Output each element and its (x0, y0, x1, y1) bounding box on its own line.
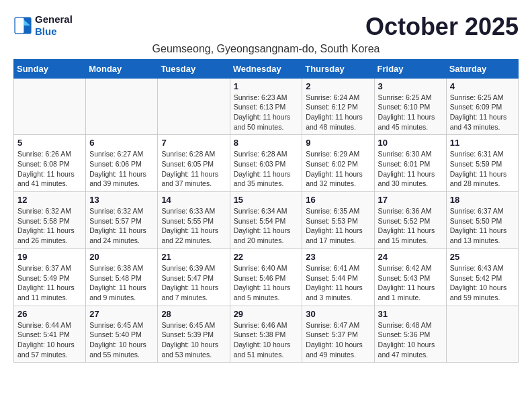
day-info: Sunrise: 6:24 AMSunset: 6:12 PMDaylight:… (306, 93, 370, 132)
cell-week2-day3: 8Sunrise: 6:28 AMSunset: 6:03 PMDaylight… (230, 135, 302, 192)
header-monday: Monday (86, 59, 158, 78)
day-number: 17 (378, 195, 443, 205)
day-number: 18 (450, 195, 515, 205)
cell-week1-day5: 3Sunrise: 6:25 AMSunset: 6:10 PMDaylight… (374, 78, 446, 135)
cell-week4-day1: 20Sunrise: 6:38 AMSunset: 5:48 PMDayligh… (86, 248, 158, 306)
header: General Blue October 2025 (13, 13, 519, 40)
day-info: Sunrise: 6:28 AMSunset: 6:03 PMDaylight:… (234, 149, 299, 189)
cell-week3-day4: 16Sunrise: 6:35 AMSunset: 5:53 PMDayligh… (302, 192, 374, 249)
day-number: 9 (306, 138, 370, 148)
day-info: Sunrise: 6:29 AMSunset: 6:02 PMDaylight:… (306, 149, 370, 189)
cell-week1-day4: 2Sunrise: 6:24 AMSunset: 6:12 PMDaylight… (302, 78, 374, 135)
day-info: Sunrise: 6:45 AMSunset: 5:40 PMDaylight:… (89, 320, 154, 360)
day-info: Sunrise: 6:37 AMSunset: 5:50 PMDaylight:… (450, 206, 515, 246)
cell-week2-day1: 6Sunrise: 6:27 AMSunset: 6:06 PMDaylight… (86, 135, 158, 192)
day-number: 15 (234, 195, 299, 205)
cell-week3-day1: 13Sunrise: 6:32 AMSunset: 5:57 PMDayligh… (86, 192, 158, 249)
day-number: 12 (17, 195, 82, 205)
cell-week5-day0: 26Sunrise: 6:44 AMSunset: 5:41 PMDayligh… (14, 306, 86, 363)
day-number: 20 (89, 252, 154, 262)
header-sunday: Sunday (14, 59, 86, 78)
day-number: 24 (378, 252, 443, 262)
day-number: 4 (450, 81, 515, 91)
day-info: Sunrise: 6:35 AMSunset: 5:53 PMDaylight:… (306, 206, 370, 246)
day-number: 28 (161, 309, 226, 319)
logo: General Blue (13, 13, 73, 38)
day-number: 25 (450, 252, 515, 262)
cell-week2-day5: 10Sunrise: 6:30 AMSunset: 6:01 PMDayligh… (374, 135, 446, 192)
day-info: Sunrise: 6:46 AMSunset: 5:38 PMDaylight:… (234, 320, 299, 360)
day-number: 5 (17, 138, 82, 148)
cell-week4-day3: 22Sunrise: 6:40 AMSunset: 5:46 PMDayligh… (230, 248, 302, 306)
cell-week2-day4: 9Sunrise: 6:29 AMSunset: 6:02 PMDaylight… (302, 135, 374, 192)
cell-week3-day5: 17Sunrise: 6:36 AMSunset: 5:52 PMDayligh… (374, 192, 446, 249)
day-number: 14 (161, 195, 226, 205)
day-info: Sunrise: 6:42 AMSunset: 5:43 PMDaylight:… (378, 263, 443, 303)
day-info: Sunrise: 6:39 AMSunset: 5:47 PMDaylight:… (161, 263, 226, 303)
header-saturday: Saturday (446, 59, 518, 78)
cell-week4-day2: 21Sunrise: 6:39 AMSunset: 5:47 PMDayligh… (158, 248, 230, 306)
day-number: 19 (17, 252, 82, 262)
cell-week1-day2 (158, 78, 230, 135)
title-area: October 2025 (365, 13, 519, 40)
day-number: 30 (306, 309, 370, 319)
cell-week5-day4: 30Sunrise: 6:47 AMSunset: 5:37 PMDayligh… (302, 306, 374, 363)
day-info: Sunrise: 6:47 AMSunset: 5:37 PMDaylight:… (306, 320, 370, 360)
day-number: 16 (306, 195, 370, 205)
cell-week3-day2: 14Sunrise: 6:33 AMSunset: 5:55 PMDayligh… (158, 192, 230, 249)
week-row-5: 26Sunrise: 6:44 AMSunset: 5:41 PMDayligh… (14, 306, 519, 363)
day-number: 7 (161, 138, 226, 148)
day-number: 3 (378, 81, 443, 91)
day-info: Sunrise: 6:43 AMSunset: 5:42 PMDaylight:… (450, 263, 515, 303)
day-number: 6 (89, 138, 154, 148)
day-number: 22 (234, 252, 299, 262)
day-number: 1 (234, 81, 299, 91)
week-row-4: 19Sunrise: 6:37 AMSunset: 5:49 PMDayligh… (14, 248, 519, 306)
day-number: 29 (234, 309, 299, 319)
header-wednesday: Wednesday (230, 59, 302, 78)
subtitle: Geumseong, Gyeongsangnam-do, South Korea (13, 43, 519, 55)
logo-text: General Blue (35, 13, 73, 38)
svg-rect-2 (15, 18, 24, 33)
header-thursday: Thursday (302, 59, 374, 78)
day-info: Sunrise: 6:26 AMSunset: 6:08 PMDaylight:… (17, 149, 82, 189)
day-info: Sunrise: 6:36 AMSunset: 5:52 PMDaylight:… (378, 206, 443, 246)
cell-week3-day6: 18Sunrise: 6:37 AMSunset: 5:50 PMDayligh… (446, 192, 518, 249)
cell-week2-day2: 7Sunrise: 6:28 AMSunset: 6:05 PMDaylight… (158, 135, 230, 192)
cell-week3-day3: 15Sunrise: 6:34 AMSunset: 5:54 PMDayligh… (230, 192, 302, 249)
day-info: Sunrise: 6:44 AMSunset: 5:41 PMDaylight:… (17, 320, 82, 360)
logo-icon (13, 16, 32, 35)
cell-week4-day4: 23Sunrise: 6:41 AMSunset: 5:44 PMDayligh… (302, 248, 374, 306)
day-info: Sunrise: 6:45 AMSunset: 5:39 PMDaylight:… (161, 320, 226, 360)
day-info: Sunrise: 6:27 AMSunset: 6:06 PMDaylight:… (89, 149, 154, 189)
day-info: Sunrise: 6:34 AMSunset: 5:54 PMDaylight:… (234, 206, 299, 246)
week-row-3: 12Sunrise: 6:32 AMSunset: 5:58 PMDayligh… (14, 192, 519, 249)
day-number: 13 (89, 195, 154, 205)
cell-week1-day0 (14, 78, 86, 135)
calendar-table: SundayMondayTuesdayWednesdayThursdayFrid… (13, 59, 519, 363)
header-friday: Friday (374, 59, 446, 78)
cell-week4-day6: 25Sunrise: 6:43 AMSunset: 5:42 PMDayligh… (446, 248, 518, 306)
day-info: Sunrise: 6:41 AMSunset: 5:44 PMDaylight:… (306, 263, 370, 303)
cell-week5-day3: 29Sunrise: 6:46 AMSunset: 5:38 PMDayligh… (230, 306, 302, 363)
day-number: 31 (378, 309, 443, 319)
day-info: Sunrise: 6:25 AMSunset: 6:10 PMDaylight:… (378, 93, 443, 132)
cell-week3-day0: 12Sunrise: 6:32 AMSunset: 5:58 PMDayligh… (14, 192, 86, 249)
cell-week5-day1: 27Sunrise: 6:45 AMSunset: 5:40 PMDayligh… (86, 306, 158, 363)
day-number: 8 (234, 138, 299, 148)
cell-week1-day6: 4Sunrise: 6:25 AMSunset: 6:09 PMDaylight… (446, 78, 518, 135)
cell-week2-day6: 11Sunrise: 6:31 AMSunset: 5:59 PMDayligh… (446, 135, 518, 192)
day-info: Sunrise: 6:28 AMSunset: 6:05 PMDaylight:… (161, 149, 226, 189)
week-row-2: 5Sunrise: 6:26 AMSunset: 6:08 PMDaylight… (14, 135, 519, 192)
day-info: Sunrise: 6:32 AMSunset: 5:57 PMDaylight:… (89, 206, 154, 246)
day-info: Sunrise: 6:33 AMSunset: 5:55 PMDaylight:… (161, 206, 226, 246)
header-tuesday: Tuesday (158, 59, 230, 78)
day-info: Sunrise: 6:25 AMSunset: 6:09 PMDaylight:… (450, 93, 515, 132)
day-info: Sunrise: 6:48 AMSunset: 5:36 PMDaylight:… (378, 320, 443, 360)
cell-week5-day6 (446, 306, 518, 363)
cell-week5-day2: 28Sunrise: 6:45 AMSunset: 5:39 PMDayligh… (158, 306, 230, 363)
day-info: Sunrise: 6:37 AMSunset: 5:49 PMDaylight:… (17, 263, 82, 303)
header-row: SundayMondayTuesdayWednesdayThursdayFrid… (14, 59, 519, 78)
day-number: 21 (161, 252, 226, 262)
cell-week5-day5: 31Sunrise: 6:48 AMSunset: 5:36 PMDayligh… (374, 306, 446, 363)
